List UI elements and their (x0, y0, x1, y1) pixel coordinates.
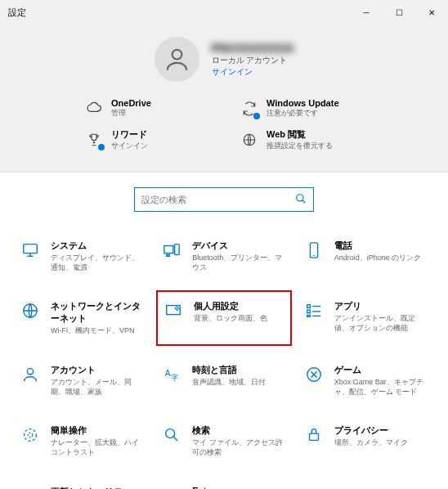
svg-rect-14 (307, 305, 310, 308)
quick-title: Web 閲覧 (267, 128, 333, 141)
close-button[interactable]: ✕ (415, 0, 448, 25)
quick-item-globe[interactable]: Web 閲覧推奨設定を復元する (240, 128, 363, 151)
window-controls: ─ ☐ ✕ (350, 0, 448, 25)
category-account[interactable]: アカウントアカウント、メール、同期、職場、家族 (15, 359, 150, 402)
svg-text:A: A (165, 369, 171, 378)
category-sub: 背景、ロック画面、色 (194, 314, 267, 324)
svg-point-2 (297, 195, 303, 201)
game-icon (303, 364, 325, 385)
search-icon (161, 424, 182, 446)
category-sub: Wi-Fi、機内モード、VPN (51, 326, 145, 336)
category-sub: ナレーター、拡大鏡、ハイコントラスト (51, 438, 145, 457)
svg-point-20 (27, 369, 33, 375)
category-sub: 音声認識、地域、日付 (192, 378, 266, 388)
svg-rect-4 (24, 244, 38, 253)
account-icon (20, 364, 41, 385)
globe-icon (240, 131, 258, 149)
category-sub: マイ ファイル、アクセス許可の検索 (192, 438, 286, 457)
category-phone[interactable]: 電話Android、iPhone のリンク (298, 235, 433, 277)
minimize-button[interactable]: ─ (350, 0, 383, 25)
category-time[interactable]: A字時刻と言語音声認識、地域、日付 (156, 359, 291, 402)
category-system[interactable]: システムディスプレイ、サウンド、通知、電源 (15, 235, 150, 277)
svg-rect-28 (309, 434, 318, 441)
category-sub: アカウント、メール、同期、職場、家族 (51, 378, 145, 397)
svg-point-24 (28, 433, 33, 438)
quick-item-trophy[interactable]: リワードサインイン (85, 128, 208, 151)
category-update[interactable]: 更新とセキュリティWindows Update、回復、バック (15, 481, 150, 489)
category-title: 更新とセキュリティ (51, 486, 145, 489)
svg-text:字: 字 (171, 374, 178, 382)
category-grid: システムディスプレイ、サウンド、通知、電源デバイスBluetooth、プリンター… (0, 227, 448, 489)
category-network[interactable]: ネットワークとインターネットWi-Fi、機内モード、VPN (15, 295, 150, 341)
time-icon: A字 (161, 364, 182, 385)
category-sub: Android、iPhone のリンク (334, 253, 422, 263)
category-sub: Xbox Game Bar、キャプチャ、配信、ゲーム モード (334, 378, 428, 397)
category-ease[interactable]: 簡単操作ナレーター、拡大鏡、ハイコントラスト (15, 419, 150, 462)
svg-rect-8 (175, 244, 180, 255)
category-title: デバイス (192, 240, 286, 252)
privacy-icon (303, 424, 325, 446)
svg-line-27 (173, 437, 178, 442)
svg-rect-16 (307, 316, 310, 317)
category-sub: 場所、カメラ、マイク (334, 438, 408, 448)
category-title: 検索 (192, 424, 286, 437)
user-block[interactable]: PNVXXXXXXX ローカル アカウント サインイン (16, 37, 432, 82)
category-sub: アンインストール、既定値、オプションの機能 (334, 314, 428, 333)
trophy-icon (85, 131, 103, 149)
avatar (155, 37, 199, 82)
quick-item-cloud[interactable]: OneDrive管理 (85, 98, 208, 119)
quick-title: Windows Update (267, 98, 339, 108)
phone-icon (303, 240, 325, 261)
svg-rect-7 (164, 246, 173, 253)
ease-icon (20, 424, 41, 446)
category-personalize[interactable]: 個人用設定背景、ロック画面、色 (156, 290, 291, 346)
svg-line-3 (302, 200, 306, 204)
quick-sub: 管理 (111, 108, 151, 119)
hero-section: PNVXXXXXXX ローカル アカウント サインイン OneDrive管理Wi… (0, 25, 448, 173)
svg-point-0 (172, 50, 181, 60)
search-icon (295, 193, 307, 206)
svg-rect-13 (167, 306, 181, 315)
quick-sub: サインイン (111, 141, 148, 151)
category-game[interactable]: ゲームXbox Game Bar、キャプチャ、配信、ゲーム モード (298, 359, 433, 402)
category-devices[interactable]: デバイスBluetooth、プリンター、マウス (156, 235, 291, 277)
category-title: 時刻と言語 (192, 364, 266, 376)
category-apps[interactable]: アプリアンインストール、既定値、オプションの機能 (298, 295, 433, 341)
category-title: システム (51, 240, 145, 252)
category-title: Extras (192, 486, 220, 489)
user-icon (163, 45, 191, 74)
category-title: 電話 (334, 240, 422, 252)
signin-link[interactable]: サインイン (212, 66, 294, 78)
quick-sub: 注意が必要です (267, 108, 339, 119)
titlebar: 設定 ─ ☐ ✕ (0, 0, 448, 25)
cloud-icon (85, 100, 103, 118)
category-title: アカウント (51, 364, 145, 376)
category-search[interactable]: 検索マイ ファイル、アクセス許可の検索 (156, 419, 291, 462)
category-title: アプリ (334, 300, 428, 312)
user-name: PNVXXXXXXX (212, 41, 294, 55)
quick-item-refresh[interactable]: Windows Update注意が必要です (240, 98, 363, 119)
category-sub: ディスプレイ、サウンド、通知、電源 (51, 253, 145, 272)
svg-rect-15 (307, 310, 310, 313)
quick-links: OneDrive管理Windows Update注意が必要ですリワードサインイン… (85, 98, 363, 151)
category-extras[interactable]: Extras (156, 481, 291, 489)
search-input[interactable] (141, 195, 295, 204)
search-box[interactable] (134, 187, 314, 212)
network-icon (20, 300, 41, 321)
category-privacy[interactable]: プライバシー場所、カメラ、マイク (298, 419, 433, 462)
user-type: ローカル アカウント (212, 55, 294, 66)
category-sub: Bluetooth、プリンター、マウス (192, 253, 286, 272)
window-title: 設定 (8, 7, 350, 19)
svg-rect-9 (167, 255, 170, 257)
category-title: ネットワークとインターネット (51, 300, 145, 325)
refresh-icon (240, 100, 258, 118)
search-wrap (0, 173, 448, 227)
quick-sub: 推奨設定を復元する (267, 141, 333, 151)
user-info: PNVXXXXXXX ローカル アカウント サインイン (212, 41, 294, 78)
update-icon (20, 486, 41, 489)
quick-title: OneDrive (111, 98, 151, 108)
category-title: ゲーム (334, 364, 428, 376)
category-title: 簡単操作 (51, 424, 145, 437)
devices-icon (161, 240, 182, 261)
maximize-button[interactable]: ☐ (383, 0, 415, 25)
